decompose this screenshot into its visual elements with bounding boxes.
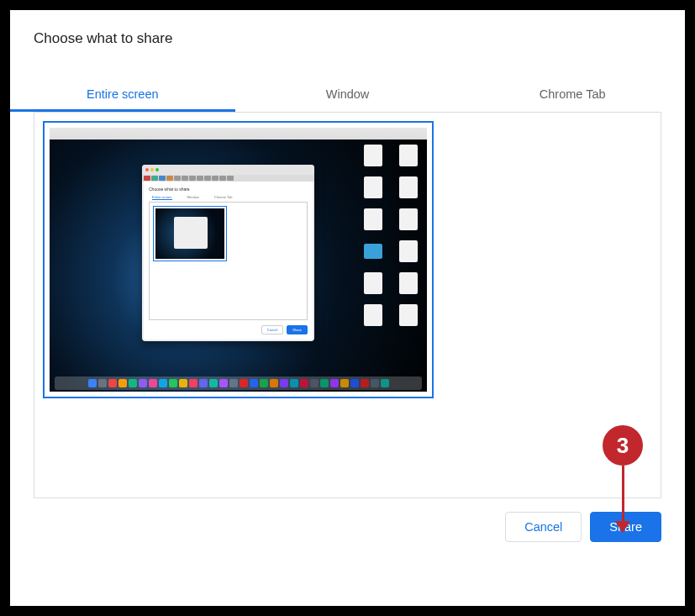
file-icon — [399, 272, 418, 294]
file-icon — [364, 208, 382, 230]
file-icon — [399, 208, 418, 230]
dock-app-icon — [209, 379, 218, 387]
share-dialog: Choose what to share Entire screen Windo… — [10, 10, 685, 606]
dock-app-icon — [371, 379, 379, 387]
dock-app-icon — [88, 379, 97, 387]
macos-dock — [55, 376, 422, 390]
tab-entire-screen[interactable]: Entire screen — [10, 79, 235, 111]
macos-menubar — [50, 128, 427, 140]
dock-app-icon — [320, 379, 329, 387]
nested-tab: Entire screen — [152, 195, 172, 200]
tab-label: Window — [326, 87, 370, 101]
nested-tab: Chrome Tab — [214, 195, 233, 200]
cancel-button[interactable]: Cancel — [505, 512, 582, 542]
dock-app-icon — [129, 379, 137, 387]
dock-app-icon — [250, 379, 258, 387]
file-icon — [364, 145, 382, 166]
dock-app-icon — [330, 379, 339, 387]
tab-chrome-tab[interactable]: Chrome Tab — [460, 79, 685, 111]
nested-share-button: Share — [287, 325, 308, 334]
file-icon — [399, 304, 418, 326]
file-icon — [399, 145, 418, 166]
nested-share-dialog: Choose what to share Entire screen Windo… — [144, 182, 313, 340]
dock-app-icon — [300, 379, 308, 387]
screen-preview-option[interactable]: Choose what to share Entire screen Windo… — [43, 121, 434, 398]
nested-titlebar — [142, 165, 314, 175]
desktop-icons — [361, 145, 420, 328]
dock-app-icon — [219, 379, 228, 387]
dock-app-icon — [270, 379, 278, 387]
tab-bar: Entire screen Window Chrome Tab — [10, 79, 685, 112]
tab-window[interactable]: Window — [235, 79, 461, 111]
dock-app-icon — [108, 379, 117, 387]
dock-app-icon — [290, 379, 298, 387]
nested-dialog-title: Choose what to share — [149, 187, 308, 192]
file-icon — [364, 176, 382, 198]
minimize-icon — [150, 168, 154, 171]
maximize-icon — [155, 168, 159, 171]
dock-app-icon — [159, 379, 167, 387]
dock-app-icon — [260, 379, 268, 387]
dock-app-icon — [280, 379, 288, 387]
dock-app-icon — [139, 379, 147, 387]
dock-app-icon — [310, 379, 319, 387]
nested-cancel-button: Cancel — [261, 325, 283, 334]
nested-screen-thumb — [153, 206, 227, 261]
nested-browser-window: Choose what to share Entire screen Windo… — [142, 165, 314, 341]
tab-label: Entire screen — [87, 87, 158, 101]
nested-tabs: Entire screen Window Chrome Tab — [149, 195, 308, 202]
close-icon — [145, 168, 149, 171]
file-icon — [399, 176, 418, 198]
tab-label: Chrome Tab — [540, 87, 606, 101]
dock-app-icon — [149, 379, 157, 387]
dock-app-icon — [229, 379, 238, 387]
dialog-title: Choose what to share — [10, 10, 685, 47]
dialog-footer: Cancel Share — [10, 498, 685, 542]
nested-panel — [149, 202, 308, 320]
file-icon — [364, 304, 382, 326]
nested-tab: Window — [187, 195, 199, 200]
dock-app-icon — [350, 379, 359, 387]
dock-app-icon — [169, 379, 177, 387]
dock-app-icon — [199, 379, 208, 387]
desktop-background: Choose what to share Entire screen Windo… — [50, 140, 427, 392]
dock-app-icon — [98, 379, 107, 387]
dock-app-icon — [179, 379, 187, 387]
file-icon — [399, 240, 418, 262]
share-button[interactable]: Share — [590, 512, 661, 542]
file-icon — [364, 272, 382, 294]
dock-app-icon — [189, 379, 197, 387]
screen-thumbnail: Choose what to share Entire screen Windo… — [50, 128, 427, 392]
dock-app-icon — [381, 379, 389, 387]
dock-app-icon — [240, 379, 248, 387]
dock-app-icon — [340, 379, 349, 387]
share-options-panel: Choose what to share Entire screen Windo… — [34, 112, 661, 498]
dock-app-icon — [361, 379, 369, 387]
dock-app-icon — [118, 379, 127, 387]
folder-icon — [364, 244, 382, 259]
nested-browser-tabs — [142, 175, 314, 182]
